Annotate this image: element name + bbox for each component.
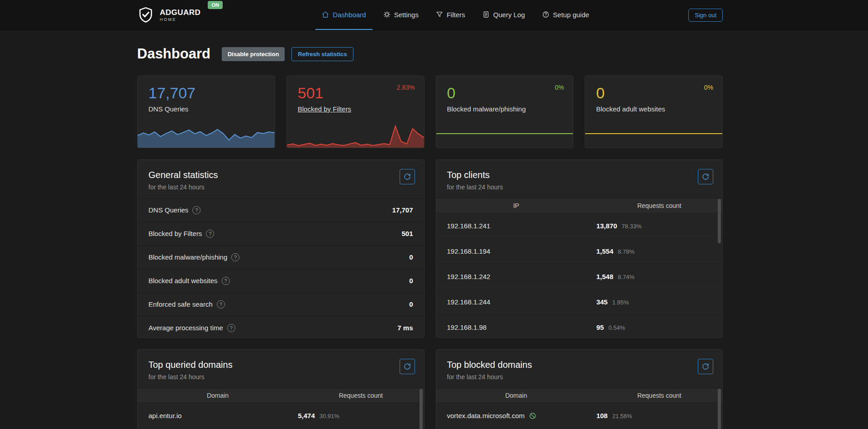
dns-queries-value: 17,707 (148, 84, 264, 102)
help-tooltip-icon[interactable]: ? (227, 324, 235, 332)
top-blocked-domains-panel: Top blocked domains for the last 24 hour… (436, 349, 723, 429)
blocked-tracker-icon[interactable] (529, 412, 537, 420)
stats-row-value: 501 (401, 230, 413, 237)
stat-card-dns-queries: 17,707 DNS Queries (137, 76, 275, 148)
blocked-adult-percent: 0% (704, 84, 713, 91)
nav-item-settings[interactable]: Settings (377, 0, 425, 30)
brand[interactable]: ADGUARD HOME ON (137, 0, 223, 30)
vertical-scrollbar[interactable] (718, 199, 721, 243)
stats-row-label: Blocked adult websites (148, 277, 218, 284)
stats-row: Blocked malware/phishing? 0 (138, 245, 424, 269)
blocked-domain[interactable]: vortex.data.microsoft.com (447, 412, 525, 419)
request-percent: 8.74% (618, 274, 634, 280)
refresh-general-stats-button[interactable] (400, 169, 415, 184)
refresh-icon (404, 363, 411, 370)
stat-card-blocked-malware: 0 Blocked malware/phishing 0% (436, 76, 574, 148)
client-ip[interactable]: 192.168.1.241 (436, 222, 596, 230)
top-queried-domains-panel: Top queried domains for the last 24 hour… (137, 349, 424, 429)
table-row: 192.168.1.241 13,870 78.33% (436, 213, 723, 239)
blocked-malware-label: Blocked malware/phishing (447, 105, 526, 113)
stats-row-value: 0 (409, 300, 413, 308)
queried-domain[interactable]: api.entur.io (138, 412, 298, 419)
stat-card-blocked-adult: 0 Blocked adult websites 0% (585, 76, 723, 148)
panel-title: Top blocked domains (447, 360, 712, 370)
refresh-top-blocked-button[interactable] (698, 359, 713, 374)
page-title: Dashboard (137, 46, 210, 62)
stats-row-label: DNS Queries (148, 206, 188, 214)
dns-queries-label: DNS Queries (148, 105, 188, 113)
refresh-icon (404, 173, 411, 180)
help-tooltip-icon[interactable]: ? (217, 300, 225, 308)
panel-subtitle: for the last 24 hours (148, 183, 413, 191)
help-tooltip-icon[interactable]: ? (222, 277, 230, 285)
client-ip[interactable]: 192.168.1.244 (436, 298, 596, 306)
request-count: 1,554 (596, 247, 614, 255)
stats-row-label: Average processing time (148, 324, 223, 332)
stats-row: DNS Queries? 17,707 (138, 198, 424, 222)
protection-on-badge: ON (208, 1, 223, 9)
nav-label: Setup guide (553, 11, 589, 19)
client-ip[interactable]: 192.168.1.98 (436, 323, 596, 331)
stats-row-label: Blocked by Filters (148, 230, 202, 237)
sign-out-button[interactable]: Sign out (688, 9, 723, 22)
main-nav: Dashboard Settings Filters Query Log (223, 0, 688, 30)
gear-icon (383, 11, 391, 18)
panel-title: Top clients (447, 170, 712, 180)
stats-row: Blocked adult websites? 0 (138, 269, 424, 292)
request-count: 1,548 (596, 273, 614, 280)
request-count: 345 (596, 298, 608, 306)
blocked-filters-sparkline (287, 122, 424, 148)
nav-item-dashboard[interactable]: Dashboard (315, 0, 372, 30)
table-row: 192.168.1.98 95 0.54% (436, 315, 723, 338)
stats-row: Average processing time? 7 ms (138, 316, 424, 338)
request-percent: 8.78% (618, 248, 634, 255)
panel-subtitle: for the last 24 hours (447, 183, 712, 191)
table-row: vortex.data.microsoft.com 108 21.56% (436, 403, 723, 429)
help-tooltip-icon[interactable]: ? (206, 230, 214, 238)
request-count: 13,870 (596, 222, 617, 230)
refresh-icon (702, 173, 709, 180)
blocked-malware-flatline (436, 133, 573, 134)
request-percent: 0.54% (608, 324, 625, 331)
request-percent: 21.56% (612, 413, 632, 419)
column-header-ip: IP (436, 202, 596, 209)
request-count: 95 (596, 323, 604, 331)
request-percent: 1.95% (612, 299, 629, 306)
refresh-top-queried-button[interactable] (400, 359, 415, 374)
refresh-top-clients-button[interactable] (698, 169, 713, 184)
nav-label: Query Log (493, 11, 525, 19)
general-statistics-panel: General statistics for the last 24 hours… (137, 159, 424, 338)
vertical-scrollbar[interactable] (420, 389, 423, 429)
column-header-domain: Domain (436, 392, 596, 399)
blocked-adult-flatline (585, 133, 722, 134)
stats-row-label: Enforced safe search (148, 300, 213, 308)
stats-row: Enforced safe search? 0 (138, 292, 424, 316)
vertical-scrollbar[interactable] (718, 389, 721, 429)
client-ip[interactable]: 192.168.1.242 (436, 273, 596, 280)
client-ip[interactable]: 192.168.1.194 (436, 247, 596, 255)
nav-item-filters[interactable]: Filters (429, 0, 472, 30)
stat-card-blocked-by-filters: 501 Blocked by Filters 2.83% (286, 76, 424, 148)
panel-title: Top queried domains (148, 360, 413, 370)
blocked-malware-percent: 0% (555, 84, 564, 91)
help-tooltip-icon[interactable]: ? (231, 253, 239, 261)
table-row: 192.168.1.244 345 1.95% (436, 289, 723, 315)
table-header: Domain Requests count (436, 388, 723, 403)
top-navbar: ADGUARD HOME ON Dashboard Settings (0, 0, 868, 30)
disable-protection-button[interactable]: Disable protection (222, 47, 285, 61)
panel-title: General statistics (148, 170, 413, 180)
table-row: 192.168.1.194 1,554 8.78% (436, 239, 723, 264)
table-header: Domain Requests count (138, 388, 424, 403)
brand-sub: HOME (160, 18, 200, 22)
nav-item-query-log[interactable]: Query Log (476, 0, 531, 30)
column-header-requests: Requests count (596, 392, 722, 399)
help-tooltip-icon[interactable]: ? (192, 206, 200, 214)
nav-item-setup-guide[interactable]: Setup guide (536, 0, 596, 30)
table-row: api.entur.io 5,474 30.91% (138, 403, 424, 429)
brand-name: ADGUARD (160, 9, 200, 16)
general-stats-list: DNS Queries? 17,707 Blocked by Filters? … (138, 198, 424, 338)
stats-row-value: 7 ms (397, 324, 413, 332)
table-header: IP Requests count (436, 198, 723, 213)
blocked-filters-link[interactable]: Blocked by Filters (298, 105, 351, 113)
refresh-statistics-button[interactable]: Refresh statistics (291, 47, 353, 61)
